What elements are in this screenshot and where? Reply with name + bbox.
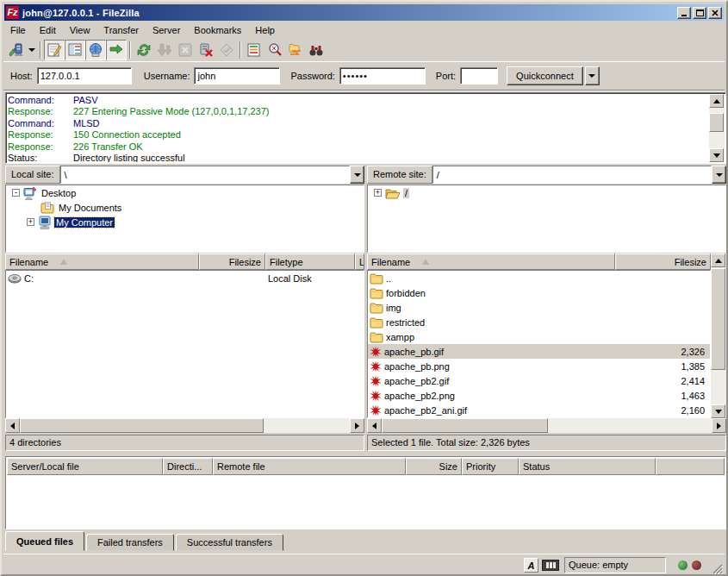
file-row-selected[interactable]: apache_pb.gif2,326 — [368, 344, 710, 359]
collapse-icon[interactable]: - — [12, 189, 20, 197]
file-row[interactable]: apache_pb2.gif2,414 — [368, 373, 710, 388]
column-last-modified[interactable]: L — [355, 254, 364, 270]
tab-queued-files[interactable]: Queued files — [5, 531, 84, 551]
refresh-icon — [136, 42, 152, 58]
scroll-left-button[interactable] — [367, 418, 382, 433]
column-remote-file[interactable]: Remote file — [213, 458, 406, 475]
scroll-thumb[interactable] — [711, 268, 725, 370]
scroll-right-button[interactable] — [350, 418, 364, 433]
mode-indicator-icon[interactable] — [542, 560, 559, 571]
scroll-up-button[interactable] — [709, 94, 724, 108]
local-site-dropdown[interactable] — [350, 166, 364, 184]
resize-grip[interactable] — [711, 562, 723, 574]
scroll-thumb[interactable] — [20, 418, 264, 433]
open-folder-icon — [385, 187, 401, 199]
maximize-button[interactable] — [693, 7, 706, 19]
toggle-transfer-queue-button[interactable] — [106, 40, 127, 60]
menu-edit[interactable]: Edit — [33, 23, 63, 37]
abort-button[interactable] — [216, 40, 237, 60]
column-filesize[interactable]: Filesize — [615, 254, 711, 270]
local-status-text: 4 directories — [5, 435, 364, 451]
expand-icon[interactable]: + — [27, 218, 34, 226]
close-button[interactable] — [708, 7, 722, 19]
log-scrollbar[interactable] — [709, 94, 725, 162]
minimize-button[interactable] — [677, 7, 691, 19]
local-site-label: Local site: — [5, 166, 60, 184]
tree-item-desktop[interactable]: - Desktop — [6, 185, 364, 200]
cancel-operation-button[interactable] — [175, 40, 196, 60]
tree-item-my-documents[interactable]: My Documents — [6, 200, 364, 215]
column-direction[interactable]: Directi... — [163, 458, 213, 475]
file-row[interactable]: xampp — [368, 329, 710, 344]
process-queue-button[interactable] — [154, 40, 175, 60]
menu-bookmarks[interactable]: Bookmarks — [187, 23, 248, 37]
scroll-thumb[interactable] — [382, 418, 548, 433]
column-filesize[interactable]: Filesize — [199, 254, 265, 270]
site-manager-dropdown[interactable] — [26, 41, 37, 59]
column-status[interactable]: Status — [519, 458, 656, 475]
column-size[interactable]: Size — [406, 458, 462, 475]
remote-site-dropdown[interactable] — [712, 166, 726, 184]
quickconnect-button[interactable]: Quickconnect — [507, 66, 583, 85]
remote-hscrollbar[interactable] — [367, 418, 726, 433]
port-input[interactable] — [460, 67, 498, 85]
column-server-local-file[interactable]: Server/Local file — [7, 458, 163, 475]
menu-server[interactable]: Server — [146, 23, 187, 37]
desktop-icon — [23, 186, 37, 200]
scroll-down-button[interactable] — [711, 404, 725, 418]
password-label: Password: — [290, 71, 334, 81]
menu-view[interactable]: View — [63, 23, 97, 37]
scroll-thumb[interactable] — [709, 113, 724, 132]
quickconnect-dropdown[interactable] — [585, 66, 600, 85]
tab-failed-transfers[interactable]: Failed transfers — [86, 534, 174, 551]
menu-help[interactable]: Help — [248, 23, 282, 37]
message-log: Command:PASV Response:227 Entering Passi… — [5, 92, 726, 164]
toggle-message-log-button[interactable] — [44, 40, 65, 60]
file-row[interactable]: img — [368, 300, 710, 315]
queue-body[interactable] — [7, 475, 725, 528]
tree-item-my-computer[interactable]: + My Computer — [6, 215, 364, 229]
title-bar[interactable]: Fz john@127.0.0.1 - FileZilla — [4, 4, 724, 21]
scroll-down-button[interactable] — [709, 148, 724, 162]
refresh-button[interactable] — [134, 40, 154, 60]
column-priority[interactable]: Priority — [462, 458, 519, 475]
expand-icon[interactable]: + — [374, 189, 382, 197]
toggle-local-tree-button[interactable] — [65, 40, 85, 60]
column-filename[interactable]: Filename — [367, 254, 615, 270]
menu-file[interactable]: File — [3, 23, 33, 37]
column-filetype[interactable]: Filetype — [265, 254, 355, 270]
scroll-right-button[interactable] — [712, 418, 726, 433]
disconnect-button[interactable] — [196, 40, 216, 60]
toggle-remote-tree-button[interactable] — [85, 40, 106, 60]
file-row[interactable]: apache_pb2.png1,463 — [368, 388, 710, 403]
local-hscrollbar[interactable] — [5, 418, 364, 433]
transfer-type-indicator-icon[interactable]: A — [524, 558, 538, 573]
scroll-left-button[interactable] — [5, 418, 20, 433]
filter-button[interactable] — [244, 40, 264, 60]
find-files-button[interactable] — [306, 40, 327, 60]
file-row[interactable]: restricted — [368, 315, 710, 329]
file-row[interactable]: .. — [368, 271, 710, 285]
column-filename[interactable]: Filename — [5, 254, 199, 270]
directory-comparison-button[interactable] — [264, 40, 285, 60]
tree-item-root[interactable]: + / — [368, 185, 725, 200]
remote-status-text: Selected 1 file. Total size: 2,326 bytes — [367, 435, 726, 451]
remote-vscrollbar[interactable] — [711, 254, 726, 418]
remote-site-combo[interactable]: / — [432, 166, 712, 184]
menu-transfer[interactable]: Transfer — [96, 23, 146, 37]
username-input[interactable] — [194, 67, 280, 85]
file-row[interactable]: apache_pb2_ani.gif2,160 — [368, 403, 710, 417]
synchronized-browsing-button[interactable] — [285, 40, 306, 60]
password-input[interactable] — [339, 67, 426, 85]
file-row[interactable]: C: Local Disk — [6, 271, 364, 285]
file-row[interactable]: apache_pb.png1,385 — [368, 359, 710, 373]
folder-icon — [370, 287, 383, 299]
local-site-combo[interactable]: \ — [60, 166, 350, 184]
site-manager-button[interactable] — [5, 40, 26, 60]
host-input[interactable] — [37, 67, 132, 85]
file-row[interactable]: forbidden — [368, 285, 710, 300]
tab-successful-transfers[interactable]: Successful transfers — [176, 534, 283, 551]
my-documents-icon — [40, 202, 54, 214]
minimize-icon — [681, 15, 687, 16]
scroll-up-button[interactable] — [711, 254, 725, 267]
